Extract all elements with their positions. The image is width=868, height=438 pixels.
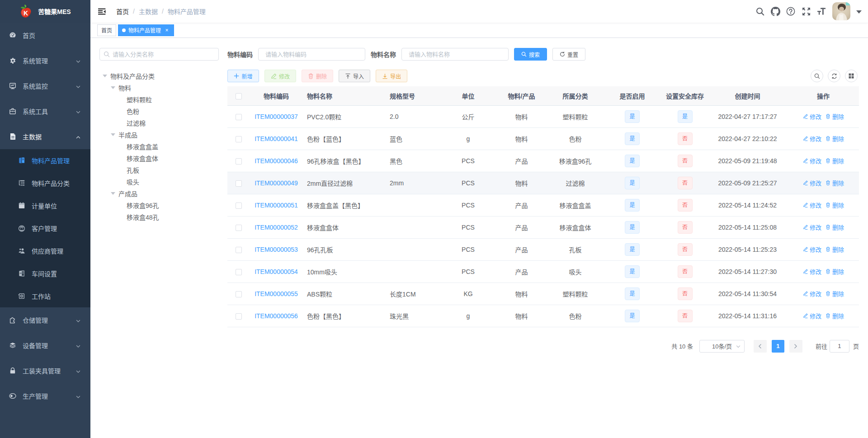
svg-text:21: 21 <box>19 272 22 274</box>
svg-text:K: K <box>24 9 28 17</box>
